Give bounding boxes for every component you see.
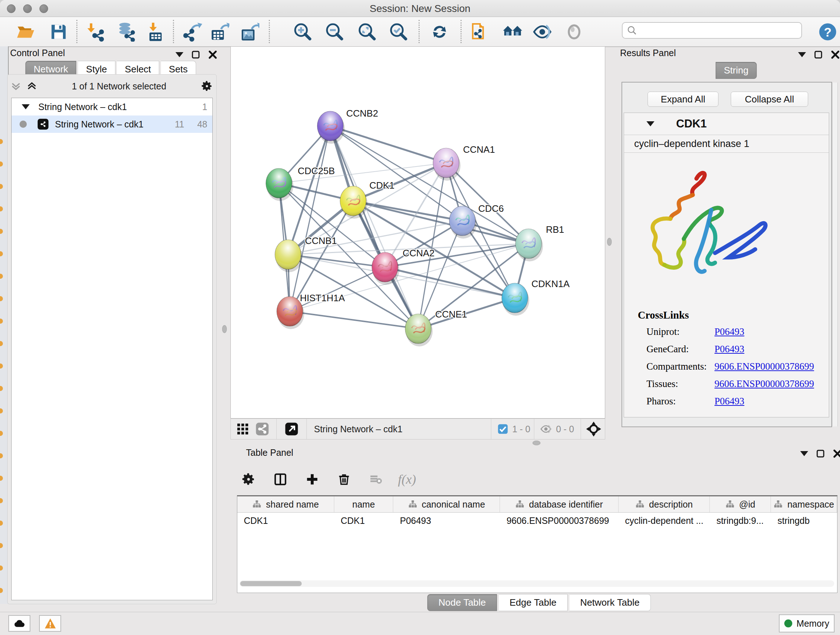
network-node-CDKN1A[interactable] — [502, 283, 529, 316]
gene-header[interactable]: CDK1 — [624, 113, 829, 135]
export-table-button[interactable] — [209, 21, 230, 42]
panel-menu-icon[interactable] — [800, 451, 808, 456]
import-network-button[interactable] — [86, 21, 107, 42]
open-in-external-button[interactable] — [282, 419, 302, 439]
float-panel-icon[interactable] — [814, 50, 823, 59]
network-view-title: String Network – cdk1 — [307, 424, 491, 434]
fit-content-button[interactable] — [584, 419, 603, 439]
docked-app-dot — [0, 521, 3, 526]
main-toolbar: ? — [0, 17, 840, 47]
node-table: shared namenamecanonical namedatabase id… — [237, 495, 837, 593]
selected-checkbox-icon[interactable] — [497, 423, 508, 435]
crosslink-link[interactable]: P06493 — [714, 396, 745, 407]
network-node-CCNA2[interactable] — [372, 252, 399, 285]
splitter-handle[interactable] — [607, 238, 612, 246]
crosslink-link[interactable]: P06493 — [714, 344, 745, 355]
gene-symbol: CDK1 — [676, 117, 706, 130]
column-header-description[interactable]: description — [619, 496, 710, 512]
network-row-selected[interactable]: String Network – cdk1 11 48 — [11, 116, 212, 133]
table-horizontal-scrollbar[interactable] — [240, 580, 834, 587]
delete-table-button — [366, 470, 386, 489]
add-column-button[interactable] — [302, 470, 322, 489]
splitter-handle[interactable] — [222, 325, 227, 333]
column-header-name[interactable]: name — [334, 496, 393, 512]
network-node-CDC25B[interactable] — [266, 168, 294, 201]
node-label-HIST1H1A: HIST1H1A — [300, 293, 345, 303]
apply-layout-button[interactable] — [429, 21, 450, 42]
network-options-gear-icon[interactable] — [201, 80, 213, 92]
tab-network-table[interactable]: Network Table — [569, 594, 651, 611]
export-network-button[interactable] — [182, 21, 203, 42]
network-node-CCNB2[interactable] — [317, 111, 345, 144]
birdseye-grid-button[interactable] — [233, 419, 253, 439]
warnings-button[interactable] — [39, 615, 61, 632]
node-label-CDC25B: CDC25B — [298, 165, 335, 176]
column-header-namespace[interactable]: namespace — [771, 496, 837, 512]
import-database-button[interactable] — [116, 21, 137, 42]
tab-node-table[interactable]: Node Table — [427, 594, 497, 611]
search-field[interactable] — [622, 22, 802, 39]
splitter-handle[interactable] — [532, 440, 540, 445]
open-file-button[interactable] — [15, 21, 36, 42]
zoom-fit-button[interactable] — [357, 21, 378, 42]
memory-status-button[interactable]: Memory — [779, 614, 835, 632]
database-icon — [117, 22, 136, 42]
crosslink-link[interactable]: 9606.ENSP00000378699 — [714, 378, 814, 390]
float-panel-icon[interactable] — [816, 449, 825, 458]
collapse-all-networks-icon[interactable] — [11, 81, 21, 92]
hide-selection-button[interactable] — [532, 21, 553, 42]
network-node-CCNA1[interactable] — [433, 148, 461, 181]
column-header-canonical-name[interactable]: canonical name — [393, 496, 500, 512]
panel-menu-icon[interactable] — [798, 52, 806, 57]
close-panel-icon[interactable] — [831, 50, 840, 59]
crosslink-link[interactable]: P06493 — [714, 326, 745, 337]
results-scrollbar[interactable] — [832, 82, 838, 426]
zoom-selected-button[interactable] — [388, 21, 409, 42]
import-table-button[interactable] — [145, 21, 166, 42]
delete-column-button[interactable] — [334, 470, 354, 489]
close-panel-icon[interactable] — [833, 449, 840, 458]
zoom-in-button[interactable] — [292, 21, 313, 42]
network-edge-CCNA2-HIST1H1A — [290, 267, 385, 311]
show-columns-button[interactable] — [271, 470, 290, 489]
cloud-status-button[interactable] — [8, 615, 30, 632]
table-options-button[interactable] — [239, 470, 258, 489]
network-collection-row[interactable]: String Network – cdk1 1 — [11, 98, 212, 116]
expand-all-button[interactable]: Expand All — [647, 92, 718, 107]
help-button[interactable]: ? — [817, 21, 838, 42]
crosslink-link[interactable]: 9606.ENSP00000378699 — [714, 361, 814, 372]
network-node-CDK1[interactable] — [340, 186, 368, 219]
network-view-footer: String Network – cdk1 1 - 0 0 - 0 — [231, 418, 605, 440]
zoom-out-button[interactable] — [324, 21, 345, 42]
float-panel-icon[interactable] — [191, 50, 200, 59]
crosslink-label: Pharos: — [646, 396, 714, 407]
search-input[interactable] — [637, 25, 794, 36]
home-pages-button[interactable] — [502, 21, 523, 42]
zoom-fit-icon — [358, 22, 377, 41]
table-row[interactable]: CDK1CDK1P064939606.ENSP00000378699cyclin… — [237, 513, 837, 529]
column-header-database-identifier[interactable]: database identifier — [500, 496, 619, 512]
export-image-button[interactable] — [239, 21, 260, 42]
tab-string[interactable]: String — [715, 62, 757, 79]
tab-edge-table[interactable]: Edge Table — [499, 594, 568, 611]
expand-all-networks-icon[interactable] — [27, 81, 37, 92]
crosslinks-section: CrossLinks Uniprot:P06493GeneCard:P06493… — [624, 309, 829, 407]
network-edge-CCNB1-CDKN1A — [288, 255, 515, 298]
network-view-canvas[interactable]: CCNB2CCNA1CDC25BCDK1CDC6RB1CCNB1CCNA2CDK… — [231, 46, 605, 418]
string-results-panel: Expand All Collapse All CDK1 cyclin–depe… — [622, 82, 832, 427]
network-share-button[interactable] — [253, 419, 272, 439]
close-panel-icon[interactable] — [208, 50, 218, 59]
column-header-shared-name[interactable]: shared name — [237, 496, 334, 512]
network-node-RB1[interactable] — [515, 229, 543, 261]
node-label-CCNA2: CCNA2 — [403, 248, 434, 258]
column-header--id[interactable]: @id — [710, 496, 771, 512]
clipboard-share-button[interactable] — [470, 21, 491, 42]
zoom-selected-icon — [389, 22, 408, 41]
network-node-CCNE1[interactable] — [405, 314, 433, 347]
show-all-button[interactable] — [564, 21, 584, 42]
collapse-gene-icon[interactable] — [646, 121, 654, 126]
collapse-all-button[interactable]: Collapse All — [731, 92, 808, 107]
save-session-button[interactable] — [48, 21, 69, 42]
search-icon — [627, 25, 637, 35]
panel-menu-icon[interactable] — [175, 52, 183, 57]
